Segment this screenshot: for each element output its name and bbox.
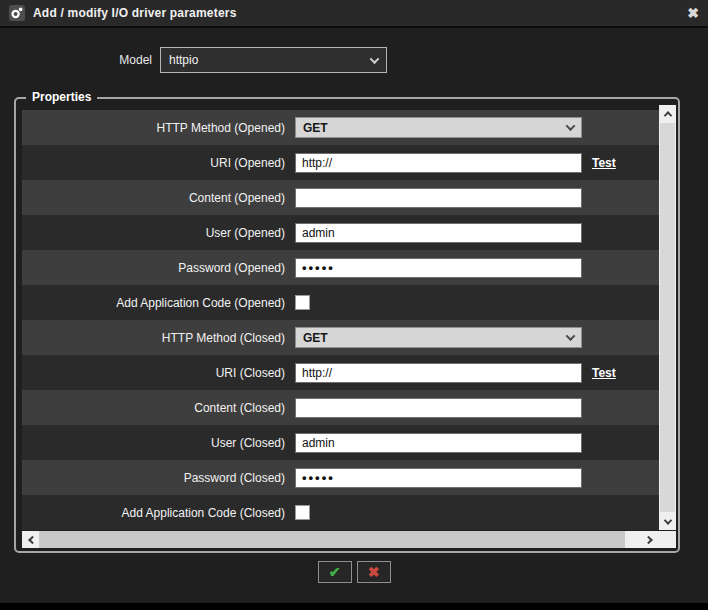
row-user-opened: User (Opened) (22, 215, 659, 250)
chevron-down-icon (370, 54, 380, 64)
row-add-app-code-closed: Add Application Code (Closed) (22, 495, 659, 530)
password-opened-input[interactable] (295, 258, 582, 278)
property-label: Content (Opened) (22, 191, 295, 205)
content-closed-input[interactable] (295, 398, 582, 418)
user-opened-input[interactable] (295, 223, 582, 243)
property-label: HTTP Method (Opened) (22, 121, 295, 135)
model-select-value: httpio (169, 53, 198, 67)
io-driver-gear-icon (9, 5, 25, 21)
row-uri-opened: URI (Opened) Test (22, 145, 659, 180)
select-value: GET (303, 121, 328, 135)
row-content-closed: Content (Closed) (22, 390, 659, 425)
horizontal-scrollbar[interactable] (22, 531, 676, 548)
page-title: Add / modify I/O driver parameters (33, 6, 237, 20)
scrollbar-corner (658, 531, 676, 548)
row-user-closed: User (Closed) (22, 425, 659, 460)
model-label: Model (0, 53, 152, 67)
uri-opened-input[interactable] (295, 153, 582, 173)
scroll-up-button[interactable] (659, 105, 676, 122)
chevron-up-icon (663, 111, 671, 119)
uri-closed-input[interactable] (295, 363, 582, 383)
row-content-opened: Content (Opened) (22, 180, 659, 215)
model-select[interactable]: httpio (160, 47, 387, 73)
scroll-left-button[interactable] (22, 531, 39, 548)
property-label: URI (Closed) (22, 366, 295, 380)
row-add-app-code-opened: Add Application Code (Opened) (22, 285, 659, 320)
vertical-scrollbar-thumb[interactable] (659, 122, 676, 513)
horizontal-scrollbar-thumb[interactable] (39, 531, 625, 548)
window-bottom-edge (0, 603, 708, 610)
row-password-opened: Password (Opened) (22, 250, 659, 285)
row-http-method-closed: HTTP Method (Closed) GET (22, 320, 659, 355)
add-application-code-closed-checkbox[interactable] (295, 505, 310, 520)
test-opened-link[interactable]: Test (592, 156, 616, 170)
chevron-down-icon (566, 331, 576, 341)
http-method-opened-select[interactable]: GET (295, 117, 582, 138)
property-label: HTTP Method (Closed) (22, 331, 295, 345)
chevron-down-icon (663, 516, 671, 524)
add-application-code-opened-checkbox[interactable] (295, 295, 310, 310)
model-row: Model httpio (0, 47, 387, 73)
properties-groupbox: Properties HTTP Method (Opened) GET URI … (14, 97, 680, 553)
row-password-closed: Password (Closed) (22, 460, 659, 495)
ok-button[interactable]: ✔ (318, 561, 352, 583)
row-uri-closed: URI (Closed) Test (22, 355, 659, 390)
dialog-buttons: ✔ ✖ (0, 561, 708, 583)
chevron-down-icon (566, 121, 576, 131)
close-icon[interactable]: ✖ (687, 6, 699, 20)
row-http-method-opened: HTTP Method (Opened) GET (22, 110, 659, 145)
property-label: Password (Closed) (22, 471, 295, 485)
property-label: Add Application Code (Closed) (22, 506, 295, 520)
scroll-right-button[interactable] (641, 531, 658, 548)
content-opened-input[interactable] (295, 188, 582, 208)
user-closed-input[interactable] (295, 433, 582, 453)
vertical-scrollbar[interactable] (659, 105, 676, 530)
cancel-button[interactable]: ✖ (357, 561, 391, 583)
chevron-right-icon (644, 535, 652, 543)
test-closed-link[interactable]: Test (592, 366, 616, 380)
properties-legend: Properties (26, 90, 97, 104)
property-label: URI (Opened) (22, 156, 295, 170)
property-label: Content (Closed) (22, 401, 295, 415)
property-label: User (Closed) (22, 436, 295, 450)
title-bar: Add / modify I/O driver parameters ✖ (0, 0, 708, 28)
property-label: Password (Opened) (22, 261, 295, 275)
properties-rows: HTTP Method (Opened) GET URI (Opened) Te… (22, 110, 659, 530)
scroll-down-button[interactable] (659, 513, 676, 530)
password-closed-input[interactable] (295, 468, 582, 488)
http-method-closed-select[interactable]: GET (295, 327, 582, 348)
chevron-left-icon (28, 535, 36, 543)
select-value: GET (303, 331, 328, 345)
property-label: User (Opened) (22, 226, 295, 240)
property-label: Add Application Code (Opened) (22, 296, 295, 310)
